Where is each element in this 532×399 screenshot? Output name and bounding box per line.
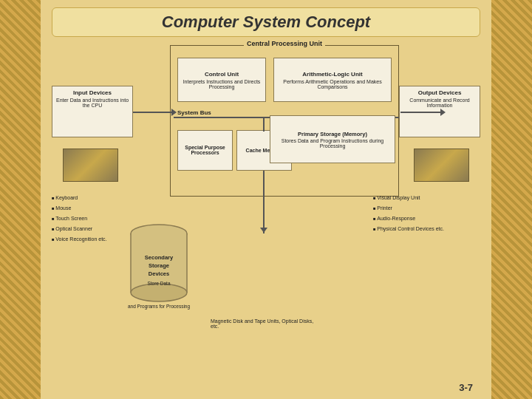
output-item-2: Printer <box>373 203 484 214</box>
cylinder-container: Secondary Storage Devices Store Data <box>126 219 192 318</box>
input-devices-desc: Enter Data and Instructions into the CPU <box>55 98 129 108</box>
control-unit-title: Control Unit <box>205 71 239 78</box>
output-item-4: Physical Control Devices etc. <box>373 224 484 234</box>
cache-down-arrow <box>263 171 265 228</box>
alu-box: Arithmetic-Logic Unit Performs Arithmeti… <box>273 58 392 102</box>
output-device-image <box>414 149 469 182</box>
side-panel-left <box>0 0 41 399</box>
alu-desc: Performs Arithmetic Operations and Makes… <box>276 79 389 89</box>
input-item-1: Keyboard <box>52 193 148 203</box>
svg-text:Storage: Storage <box>149 262 169 269</box>
secondary-store-desc: and Programs for Processing <box>128 304 190 309</box>
system-bus-label: System Bus <box>177 109 211 116</box>
cpu-to-output-arrow <box>400 112 441 113</box>
page-number: 3-7 <box>459 382 473 393</box>
special-purpose-title: Special Purpose Processors <box>180 145 231 155</box>
input-device-image <box>63 149 118 182</box>
svg-point-4 <box>131 284 187 301</box>
output-list: Visual Display Unit Printer Audio-Respon… <box>373 193 484 234</box>
page-title: Computer System Concept <box>60 13 472 32</box>
control-unit-desc: Interprets Instructions and Directs Proc… <box>180 79 263 89</box>
secondary-sub-label: and Programs for Processing <box>126 304 192 309</box>
output-item-3: Audio-Response <box>373 214 484 224</box>
primary-storage-title: Primary Storage (Memory) <box>298 131 367 137</box>
main-content: Computer System Concept Central Processi… <box>41 0 491 399</box>
output-devices-desc: Communicate and Record Information <box>403 98 477 108</box>
primary-storage-box: Primary Storage (Memory) Stores Data and… <box>270 115 395 163</box>
side-panel-right <box>491 0 532 399</box>
cpu-label: Central Processing Unit <box>244 40 325 47</box>
input-item-2: Mouse <box>52 203 148 214</box>
input-to-cpu-arrow <box>133 112 172 113</box>
bus-down-line <box>263 117 265 132</box>
svg-text:Secondary: Secondary <box>145 254 174 261</box>
special-purpose-box: Special Purpose Processors <box>177 130 233 171</box>
input-devices-box: Input Devices Enter Data and Instruction… <box>52 86 133 137</box>
magnetic-label: Magnetic Disk and Tape Units, Optical Di… <box>211 318 321 329</box>
svg-text:Store Data: Store Data <box>147 281 170 286</box>
alu-title: Arithmetic-Logic Unit <box>302 71 362 78</box>
output-devices-title: Output Devices <box>403 89 477 96</box>
diagram-area: Central Processing Unit Control Unit Int… <box>48 41 484 399</box>
input-devices-title: Input Devices <box>55 89 129 96</box>
svg-text:Devices: Devices <box>149 270 169 277</box>
title-bar: Computer System Concept <box>52 7 480 37</box>
control-unit-box: Control Unit Interprets Instructions and… <box>177 58 266 102</box>
primary-storage-desc: Stores Data and Program Instructions dur… <box>273 138 392 149</box>
output-item-1: Visual Display Unit <box>373 193 484 203</box>
